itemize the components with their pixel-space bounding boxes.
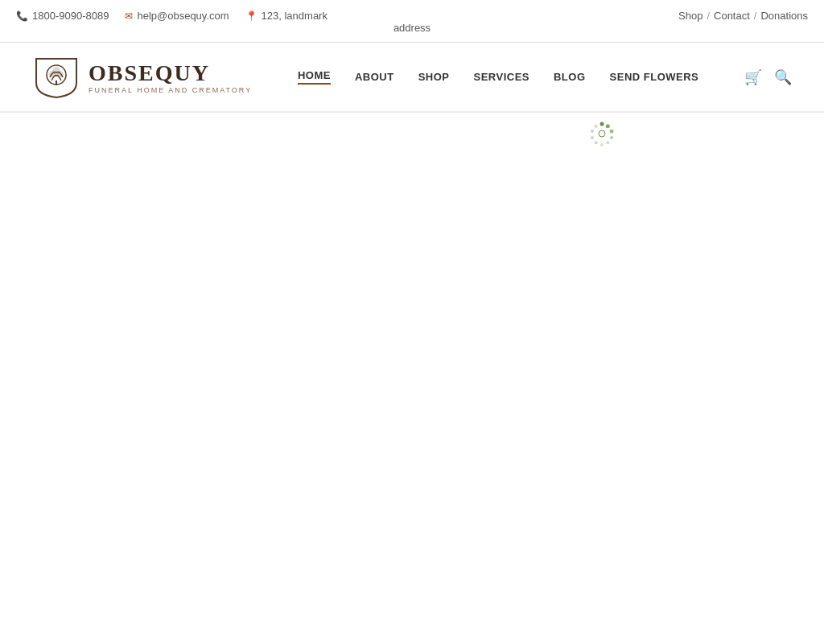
nav-home[interactable]: HOME (298, 69, 331, 85)
address-item: 📍 123, landmark (245, 10, 328, 22)
logo-text: OBSEQUY FUNERAL HOME AND CREMATORY (89, 60, 252, 94)
svg-point-14 (595, 125, 598, 128)
top-nav: Shop / Contact / Donations (678, 10, 808, 22)
phone-item: 📞 1800-9090-8089 (16, 10, 109, 22)
spinner-container (589, 121, 615, 150)
svg-point-11 (595, 141, 598, 144)
svg-point-12 (591, 136, 594, 139)
nav-services[interactable]: SERVICES (473, 71, 529, 83)
loading-spinner (589, 121, 615, 147)
email-address: help@obsequy.com (137, 10, 229, 22)
logo[interactable]: OBSEQUY FUNERAL HOME AND CREMATORY (32, 55, 252, 99)
top-nav-shop[interactable]: Shop (678, 10, 702, 22)
svg-point-10 (600, 143, 604, 147)
search-icon[interactable]: 🔍 (774, 68, 792, 86)
svg-point-4 (57, 71, 64, 77)
logo-brand: OBSEQUY (89, 60, 252, 86)
address-line2: address (393, 22, 431, 34)
svg-point-9 (606, 141, 609, 144)
phone-icon: 📞 (16, 10, 28, 22)
site-header: OBSEQUY FUNERAL HOME AND CREMATORY HOME … (0, 43, 824, 112)
svg-point-13 (591, 130, 594, 133)
email-icon: ✉ (125, 10, 133, 22)
location-icon: 📍 (245, 10, 258, 22)
separator-1: / (707, 10, 710, 22)
top-nav-donations[interactable]: Donations (760, 10, 808, 22)
separator-2: / (754, 10, 757, 22)
address-line1: 123, landmark (262, 10, 328, 22)
logo-subtitle: FUNERAL HOME AND CREMATORY (89, 86, 252, 94)
svg-point-3 (49, 71, 56, 77)
nav-blog[interactable]: BLOG (554, 71, 586, 83)
svg-point-5 (600, 122, 604, 126)
nav-send-flowers[interactable]: SEND FLOWERS (610, 71, 699, 83)
svg-point-8 (610, 136, 613, 139)
nav-about[interactable]: ABOUT (355, 71, 394, 83)
header-actions: 🛒 🔍 (744, 68, 792, 86)
contact-info: 📞 1800-9090-8089 ✉ help@obsequy.com 📍 12… (16, 10, 328, 22)
phone-number: 1800-9090-8089 (32, 10, 109, 22)
top-bar: 📞 1800-9090-8089 ✉ help@obsequy.com 📍 12… (0, 0, 824, 43)
top-nav-contact[interactable]: Contact (714, 10, 750, 22)
svg-point-6 (606, 124, 610, 128)
logo-icon (32, 55, 80, 99)
content-area (0, 113, 824, 596)
svg-point-15 (599, 130, 605, 137)
cart-icon[interactable]: 🛒 (744, 68, 762, 86)
svg-point-7 (610, 130, 614, 134)
main-nav: HOME ABOUT SHOP SERVICES BLOG SEND FLOWE… (298, 69, 698, 85)
nav-shop[interactable]: SHOP (418, 71, 450, 83)
email-item: ✉ help@obsequy.com (125, 10, 229, 22)
